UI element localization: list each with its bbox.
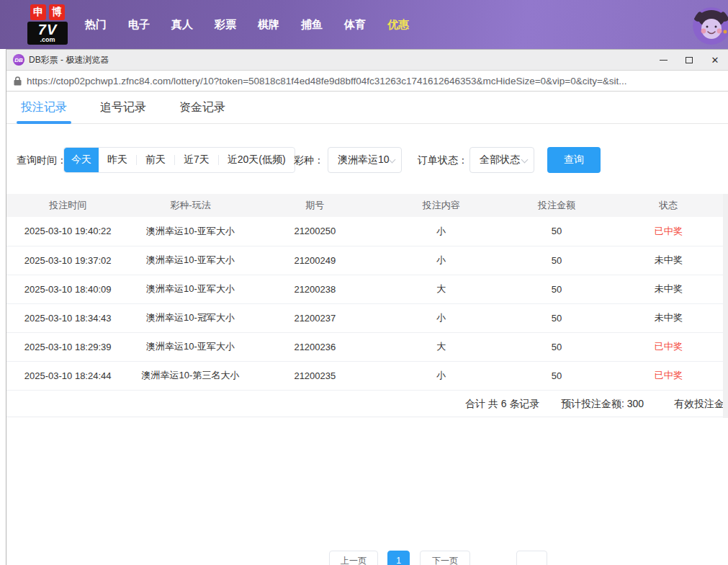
cell-content: 小 bbox=[378, 246, 504, 275]
logo-brand-row: 申 博 bbox=[27, 4, 68, 20]
browser-favicon-icon: DB bbox=[13, 54, 24, 66]
time-option-1[interactable]: 今天 bbox=[64, 148, 99, 172]
table-row: 2025-03-10 18:29:39澳洲幸运10-亚军大小21200236大5… bbox=[6, 332, 728, 361]
scrollbar-track[interactable] bbox=[723, 194, 728, 418]
time-option-2[interactable]: 昨天 bbox=[99, 148, 136, 172]
browser-window: DB DB彩票 - 极速浏览器 ✕ https://ctop02pchwp1.z… bbox=[6, 49, 728, 565]
cell-issue: 21200250 bbox=[252, 217, 378, 246]
lottery-filter-label: 彩种： bbox=[294, 147, 324, 173]
table-row: 2025-03-10 18:24:44澳洲幸运10-第三名大小21200235小… bbox=[6, 361, 728, 390]
cell-time: 2025-03-10 18:24:44 bbox=[6, 361, 129, 390]
table-header-row: 投注时间彩种-玩法期号投注内容投注金额状态 bbox=[6, 194, 728, 217]
cell-issue: 21200236 bbox=[252, 332, 378, 361]
cell-issue: 21200235 bbox=[252, 361, 378, 390]
nav-item-4[interactable]: 彩票 bbox=[204, 18, 247, 32]
cell-game: 澳洲幸运10-亚军大小 bbox=[129, 332, 251, 361]
cell-amount: 50 bbox=[504, 275, 608, 303]
cell-issue: 21200238 bbox=[252, 275, 378, 303]
table-row: 2025-03-10 19:37:02澳洲幸运10-亚军大小21200249小5… bbox=[6, 246, 728, 275]
cell-game: 澳洲幸运10-冠军大小 bbox=[129, 303, 251, 332]
logo-char-2: 博 bbox=[49, 4, 65, 20]
nav-item-6[interactable]: 捕鱼 bbox=[290, 18, 333, 32]
lock-icon bbox=[14, 76, 22, 86]
logo-main-block: 7V .com bbox=[27, 22, 68, 45]
tab-bet-records[interactable]: 投注记录 bbox=[21, 92, 67, 124]
table-body: 2025-03-10 19:40:22澳洲幸运10-亚军大小21200250小5… bbox=[6, 217, 728, 390]
address-bar[interactable]: https://ctop02pchwp1.zfnc84.com/lottery/… bbox=[6, 71, 728, 92]
chevron-down-icon bbox=[521, 156, 529, 164]
close-button[interactable]: ✕ bbox=[702, 50, 728, 71]
cell-content: 大 bbox=[378, 332, 504, 361]
column-header: 投注金额 bbox=[504, 194, 608, 217]
cell-status: 已中奖 bbox=[609, 361, 728, 390]
cell-content: 小 bbox=[378, 217, 504, 246]
avatar-image bbox=[693, 7, 728, 45]
minimize-button[interactable] bbox=[650, 50, 676, 71]
summary-valid-amount: 有效投注金额 bbox=[674, 390, 728, 417]
cell-time: 2025-03-10 18:29:39 bbox=[6, 332, 129, 361]
table-row: 2025-03-10 19:40:22澳洲幸运10-亚军大小21200250小5… bbox=[6, 217, 728, 246]
logo-char-1: 申 bbox=[30, 4, 46, 20]
logo-main-text: 7V bbox=[27, 22, 68, 37]
filter-bar: 查询时间： 今天昨天前天近7天近20天(低频) 彩种： 澳洲幸运10 订单状态：… bbox=[6, 147, 728, 173]
window-title: DB彩票 - 极速浏览器 bbox=[29, 54, 109, 66]
lottery-select-value: 澳洲幸运10 bbox=[338, 154, 390, 166]
status-select-value: 全部状态 bbox=[480, 154, 520, 166]
summary-expected-amount: 预计投注金额: 300 bbox=[561, 390, 644, 417]
page-jump-box[interactable] bbox=[516, 551, 547, 565]
cell-game: 澳洲幸运10-亚军大小 bbox=[129, 217, 251, 246]
table-row: 2025-03-10 18:34:43澳洲幸运10-冠军大小21200237小5… bbox=[6, 303, 728, 332]
lottery-select[interactable]: 澳洲幸运10 bbox=[328, 147, 402, 173]
column-header: 投注时间 bbox=[6, 194, 129, 217]
summary-total-count: 合计 共 6 条记录 bbox=[465, 390, 539, 417]
nav-item-7[interactable]: 体育 bbox=[333, 18, 377, 32]
pagination: 上一页 1 下一页 bbox=[6, 551, 728, 565]
time-option-4[interactable]: 近7天 bbox=[175, 148, 218, 172]
top-navbar: 申 博 7V .com 热门电子真人彩票棋牌捕鱼体育优惠 bbox=[0, 0, 728, 49]
nav-item-3[interactable]: 真人 bbox=[161, 18, 204, 32]
tab-fund-records[interactable]: 资金记录 bbox=[179, 92, 225, 124]
next-page-button[interactable]: 下一页 bbox=[420, 551, 470, 565]
cell-content: 大 bbox=[378, 275, 504, 303]
search-button[interactable]: 查询 bbox=[547, 147, 601, 173]
status-select[interactable]: 全部状态 bbox=[469, 147, 534, 173]
cell-game: 澳洲幸运10-第三名大小 bbox=[129, 361, 251, 390]
cell-amount: 50 bbox=[504, 303, 608, 332]
nav-menu: 热门电子真人彩票棋牌捕鱼体育优惠 bbox=[74, 0, 420, 49]
nav-item-5[interactable]: 棋牌 bbox=[247, 18, 290, 32]
cell-issue: 21200237 bbox=[252, 303, 378, 332]
column-header: 状态 bbox=[609, 194, 728, 217]
tab-bar: 投注记录 追号记录 资金记录 bbox=[6, 92, 728, 124]
nav-item-2[interactable]: 电子 bbox=[117, 18, 161, 32]
summary-row: 合计 共 6 条记录 预计投注金额: 300 有效投注金额 bbox=[6, 390, 728, 417]
cell-amount: 50 bbox=[504, 217, 608, 246]
time-option-3[interactable]: 前天 bbox=[137, 148, 174, 172]
window-controls: ✕ bbox=[650, 50, 728, 71]
time-filter-label: 查询时间： bbox=[17, 147, 67, 173]
table-row: 2025-03-10 18:40:09澳洲幸运10-亚军大小21200238大5… bbox=[6, 275, 728, 303]
cell-amount: 50 bbox=[504, 332, 608, 361]
cell-amount: 50 bbox=[504, 361, 608, 390]
cell-content: 小 bbox=[378, 361, 504, 390]
cell-time: 2025-03-10 18:40:09 bbox=[6, 275, 129, 303]
nav-item-1[interactable]: 热门 bbox=[74, 18, 117, 32]
cell-time: 2025-03-10 18:34:43 bbox=[6, 303, 129, 332]
cell-status: 未中奖 bbox=[609, 275, 728, 303]
cell-amount: 50 bbox=[504, 246, 608, 275]
cell-game: 澳洲幸运10-亚军大小 bbox=[129, 246, 251, 275]
column-header: 投注内容 bbox=[378, 194, 504, 217]
cell-status: 未中奖 bbox=[609, 303, 728, 332]
site-logo[interactable]: 申 博 7V .com bbox=[27, 4, 68, 45]
window-titlebar[interactable]: DB DB彩票 - 极速浏览器 ✕ bbox=[6, 50, 728, 71]
cell-time: 2025-03-10 19:37:02 bbox=[6, 246, 129, 275]
chevron-down-icon bbox=[389, 156, 396, 164]
nav-item-8[interactable]: 优惠 bbox=[377, 18, 420, 32]
current-page-button[interactable]: 1 bbox=[387, 551, 410, 565]
tab-chase-records[interactable]: 追号记录 bbox=[100, 92, 146, 124]
time-option-5[interactable]: 近20天(低频) bbox=[219, 148, 295, 172]
prev-page-button[interactable]: 上一页 bbox=[329, 551, 378, 565]
logo-sub-text: .com bbox=[27, 37, 68, 43]
user-avatar[interactable] bbox=[693, 7, 728, 45]
url-text[interactable]: https://ctop02pchwp1.zfnc84.com/lottery/… bbox=[27, 76, 627, 86]
maximize-button[interactable] bbox=[676, 50, 702, 71]
